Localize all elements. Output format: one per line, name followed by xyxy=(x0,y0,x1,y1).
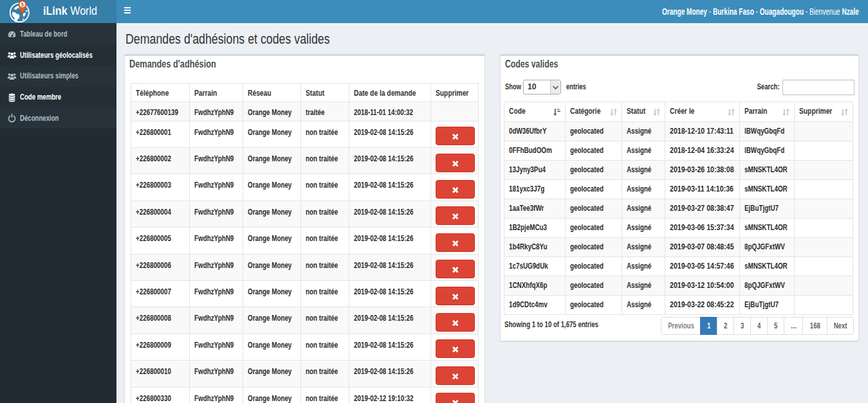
svg-text:$: $ xyxy=(21,1,24,8)
